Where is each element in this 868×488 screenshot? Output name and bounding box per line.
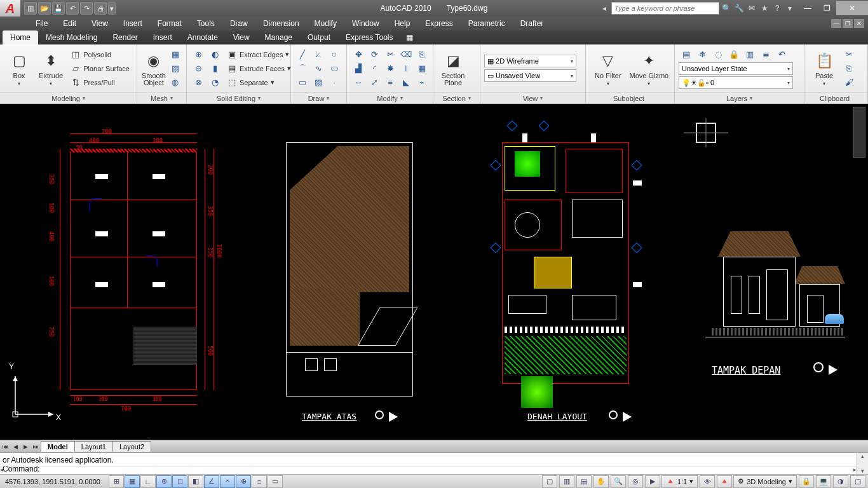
navigation-bar[interactable] — [853, 107, 865, 158]
menu-file[interactable]: File — [28, 17, 55, 30]
menu-insert[interactable]: Insert — [116, 17, 150, 30]
panel-modeling[interactable]: Modeling — [0, 92, 137, 104]
quick-view-layouts-icon[interactable]: ▥ — [559, 475, 574, 488]
clean-screen-icon[interactable]: ▢ — [850, 475, 865, 488]
scale-icon[interactable]: ⤢ — [367, 76, 382, 89]
planar-surface-button[interactable]: ▱Planar Surface — [67, 62, 133, 75]
presspull-button[interactable]: ⇅Press/Pull — [67, 76, 133, 89]
toolbar-lock-icon[interactable]: 🔒 — [799, 475, 814, 488]
comm-center-icon[interactable]: ✉ — [746, 3, 757, 14]
match-props-icon[interactable]: 🖌 — [841, 76, 857, 89]
point-icon[interactable]: · — [327, 76, 342, 89]
subtract-icon[interactable]: ⊖ — [191, 62, 206, 75]
align-icon[interactable]: ≡ — [383, 76, 398, 89]
lwt-toggle[interactable]: ≡ — [252, 475, 267, 488]
showmotion-icon[interactable]: ▶ — [645, 475, 660, 488]
tab-render[interactable]: Render — [105, 30, 145, 44]
hardware-accel-icon[interactable]: 💻 — [816, 475, 831, 488]
array-icon[interactable]: ▦ — [414, 62, 430, 75]
infocenter-toggle-icon[interactable]: ◂ — [599, 3, 610, 14]
mesh-less-icon[interactable]: ▨ — [168, 62, 183, 75]
layer-iso-icon[interactable]: ▥ — [742, 48, 757, 61]
doc-minimize-button[interactable]: — — [831, 19, 841, 28]
help-icon[interactable]: ? — [771, 3, 783, 14]
layer-freeze-icon[interactable]: ❄ — [695, 48, 710, 61]
doc-restore-button[interactable]: ❐ — [843, 19, 853, 28]
extrude-button[interactable]: ⬍Extrude▾ — [36, 48, 66, 90]
qat-undo-icon[interactable]: ↶ — [66, 2, 79, 15]
slice-icon[interactable]: ◐ — [207, 48, 222, 61]
ribbon-extra-icon[interactable]: ▦ — [401, 30, 418, 44]
box-button[interactable]: ▢Box▾ — [4, 48, 34, 90]
minimize-button[interactable]: — — [798, 1, 817, 15]
grid-toggle[interactable]: ▦ — [125, 475, 140, 488]
mesh-more-icon[interactable]: ▦ — [168, 48, 183, 61]
panel-subobject[interactable]: Subobject — [586, 92, 674, 104]
extract-edges-button[interactable]: ▣Extract Edges ▾ — [224, 48, 294, 61]
circle-icon[interactable]: ○ — [327, 48, 342, 61]
thicken-icon[interactable]: ▮ — [207, 62, 222, 75]
menu-view[interactable]: View — [84, 17, 116, 30]
panel-view[interactable]: View — [480, 92, 585, 104]
intersect-icon[interactable]: ⊗ — [191, 76, 206, 89]
menu-modify[interactable]: Modify — [307, 17, 344, 30]
ellipse-icon[interactable]: ⬭ — [327, 62, 342, 75]
extrude-faces-button[interactable]: ▤Extrude Faces ▾ — [224, 62, 294, 75]
tab-insert[interactable]: Insert — [146, 30, 180, 44]
explode-icon[interactable]: ✸ — [383, 62, 398, 75]
favorites-icon[interactable]: ★ — [759, 3, 770, 14]
menu-help[interactable]: Help — [387, 17, 418, 30]
tab-manage[interactable]: Manage — [257, 30, 300, 44]
pan-icon[interactable]: ✋ — [593, 475, 609, 488]
menu-draw[interactable]: Draw — [222, 17, 255, 30]
dyn-toggle[interactable]: ⊕ — [236, 475, 251, 488]
rotate-icon[interactable]: ⟳ — [367, 48, 382, 61]
tab-layout1[interactable]: Layout1 — [74, 441, 113, 452]
otrack-toggle[interactable]: ∠ — [204, 475, 219, 488]
layout-first-icon[interactable]: ⏮ — [0, 442, 10, 452]
command-line[interactable]: or Autodesk licensed application. Comman… — [0, 452, 868, 474]
qp-toggle[interactable]: ▭ — [268, 475, 283, 488]
qat-save-icon[interactable]: 💾 — [52, 2, 65, 15]
drawing-area[interactable]: 700 400 300 50 350 100 400 100 750 200 3… — [0, 104, 868, 440]
annotation-scale[interactable]: 🔺1:1▾ — [661, 475, 698, 488]
qat-new-icon[interactable]: ▥ — [24, 2, 37, 15]
stretch-icon[interactable]: ↔ — [351, 76, 366, 89]
panel-mesh[interactable]: Mesh — [137, 92, 186, 104]
rectangle-icon[interactable]: ▭ — [295, 76, 310, 89]
zoom-icon[interactable]: 🔍 — [611, 475, 626, 488]
union-icon[interactable]: ⊕ — [191, 48, 206, 61]
line-icon[interactable]: ╱ — [295, 48, 310, 61]
spline-icon[interactable]: ∿ — [311, 62, 326, 75]
visual-style-combo[interactable]: ▦ 2D Wireframe — [484, 55, 576, 67]
panel-layers[interactable]: Layers — [675, 92, 804, 104]
model-space-toggle[interactable]: ▢ — [542, 475, 557, 488]
qat-redo-icon[interactable]: ↷ — [80, 2, 93, 15]
cut-icon[interactable]: ✂ — [841, 48, 857, 61]
tab-express-tools[interactable]: Express Tools — [338, 30, 400, 44]
annotation-autoscale-icon[interactable]: 🔺 — [717, 475, 732, 488]
menu-edit[interactable]: Edit — [55, 17, 84, 30]
tab-mesh-modeling[interactable]: Mesh Modeling — [38, 30, 105, 44]
offset-icon[interactable]: ⫴ — [398, 62, 414, 75]
imprint-icon[interactable]: ◔ — [207, 76, 222, 89]
saved-view-combo[interactable]: ▭ Unsaved View — [484, 69, 576, 82]
ortho-toggle[interactable]: ∟ — [140, 475, 156, 488]
layer-off-icon[interactable]: ◌ — [710, 48, 726, 61]
maximize-button[interactable]: ❐ — [817, 1, 836, 15]
layer-match-icon[interactable]: ≣ — [758, 48, 773, 61]
doc-close-button[interactable]: ✕ — [854, 19, 864, 28]
qat-open-icon[interactable]: 📂 — [38, 2, 51, 15]
panel-clipboard[interactable]: Clipboard — [804, 92, 867, 104]
search-input[interactable] — [611, 2, 719, 15]
qat-more-icon[interactable]: ▾ — [108, 2, 116, 15]
menu-drafter[interactable]: Drafter — [513, 17, 552, 30]
polysolid-button[interactable]: ◫Polysolid — [67, 48, 133, 61]
coordinates[interactable]: 4576.1393, 1991.5191, 0.0000 — [0, 478, 108, 485]
panel-modify[interactable]: Modify — [347, 92, 433, 104]
viewcube[interactable] — [684, 111, 728, 155]
layer-props-icon[interactable]: ▤ — [679, 48, 694, 61]
ducs-toggle[interactable]: 𝄐 — [220, 475, 235, 488]
menu-express[interactable]: Express — [417, 17, 460, 30]
menu-window[interactable]: Window — [344, 17, 387, 30]
